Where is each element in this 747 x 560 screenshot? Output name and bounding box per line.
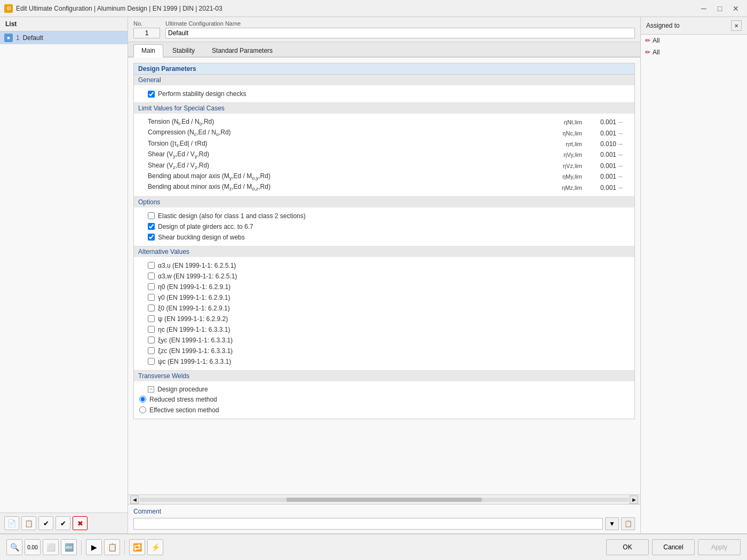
- alt9-label: ξzc (EN 1999-1-1: 6.3.3.1): [158, 347, 233, 355]
- close-button[interactable]: ✕: [729, 3, 743, 14]
- copy-button[interactable]: 📋: [21, 516, 36, 530]
- assigned-close-button[interactable]: ✕: [731, 20, 742, 31]
- alt10-checkbox[interactable]: [148, 358, 155, 365]
- bending-major-row: Bending about major axis (My,Ed / Mo,y,R…: [139, 171, 629, 182]
- shear-vz-label: Shear (Vz,Ed / Vz,Rd): [148, 162, 537, 170]
- history-button[interactable]: 🔁: [129, 539, 145, 555]
- check-button[interactable]: ✔: [38, 516, 53, 530]
- options-section: Options Elastic design (also for class 1…: [134, 197, 634, 246]
- toolbar-separator-1: [81, 540, 82, 555]
- ok-button[interactable]: OK: [606, 539, 649, 555]
- cross-check-button[interactable]: ✔: [55, 516, 70, 530]
- alt5-checkbox[interactable]: [148, 305, 155, 311]
- design-params-header: Design Parameters: [134, 63, 634, 75]
- alternative-content: α3,u (EN 1999-1-1: 6.2.5.1) α3,w (EN 199…: [134, 257, 634, 370]
- right-panel: Assigned to ✕ ✏ All ✏ All: [640, 17, 747, 533]
- alt9-row: ξzc (EN 1999-1-1: 6.3.3.1): [139, 346, 629, 356]
- window-controls: ─ □ ✕: [697, 3, 743, 14]
- alt10-label: ψc (EN 1999-1-1: 6.3.3.1): [158, 358, 231, 365]
- transverse-welds-header: Transverse Welds: [134, 371, 634, 381]
- shear-vy-symbol: ηVy,lim: [539, 151, 582, 158]
- reduced-stress-label: Reduced stress method: [149, 396, 217, 403]
- alt2-checkbox[interactable]: [148, 273, 155, 279]
- assigned-text-1: All: [653, 37, 659, 44]
- effective-section-label: Effective section method: [149, 406, 219, 414]
- copy-tool-button[interactable]: 📋: [104, 539, 120, 555]
- left-toolbar: 📄 📋 ✔ ✔ ✖: [0, 513, 128, 533]
- perform-stability-row: Perform stability design checks: [139, 89, 629, 99]
- square-button[interactable]: ⬜: [43, 539, 59, 555]
- scroll-right-button[interactable]: ▶: [630, 495, 638, 504]
- transverse-welds-content: − Design procedure Reduced stress method…: [134, 381, 634, 419]
- list-item-default[interactable]: ■ 1 Default: [0, 31, 128, 44]
- reduced-stress-radio[interactable]: [139, 396, 146, 403]
- alt9-checkbox[interactable]: [148, 347, 155, 354]
- shear-buckling-checkbox[interactable]: [148, 234, 155, 241]
- delete-button[interactable]: ✖: [73, 516, 88, 530]
- minimize-button[interactable]: ─: [697, 3, 711, 14]
- alt1-checkbox[interactable]: [148, 262, 155, 269]
- compression-symbol: ηNc,lim: [539, 130, 582, 137]
- tab-standard[interactable]: Standard Parameters: [204, 44, 281, 57]
- run-button[interactable]: ▶: [86, 539, 102, 555]
- new-button[interactable]: 📄: [4, 516, 19, 530]
- config-no-input[interactable]: [133, 28, 160, 38]
- torsion-dash: --: [618, 140, 629, 148]
- general-header: General: [134, 75, 634, 85]
- bottom-toolbar: 🔍 0.00 ⬜ 🔤 ▶ 📋 🔁 ⚡ OK Cancel Apply: [0, 533, 747, 560]
- horizontal-scrollbar[interactable]: ◀ ▶: [128, 494, 640, 504]
- alternative-header: Alternative Values: [134, 246, 634, 257]
- alt8-checkbox[interactable]: [148, 337, 155, 343]
- tab-stability[interactable]: Stability: [164, 44, 203, 57]
- scroll-track[interactable]: [140, 498, 629, 502]
- alt7-row: ηc (EN 1999-1-1: 6.3.3.1): [139, 324, 629, 335]
- tension-row: Tension (Nt,Ed / No,Rd) ηNt,lim 0.001 --: [139, 117, 629, 127]
- function-button[interactable]: ⚡: [147, 539, 163, 555]
- assigned-icon-2: ✏: [645, 49, 650, 56]
- config-name-input[interactable]: [165, 28, 635, 38]
- alt7-checkbox[interactable]: [148, 326, 155, 333]
- alt10-row: ψc (EN 1999-1-1: 6.3.3.1): [139, 356, 629, 367]
- alt4-checkbox[interactable]: [148, 294, 155, 301]
- search-button[interactable]: 🔍: [6, 539, 22, 555]
- list-item-number: 1: [16, 34, 20, 42]
- shear-vz-symbol: ηVz,lim: [539, 163, 582, 169]
- alt4-row: γ0 (EN 1999-1-1: 6.2.9.1): [139, 292, 629, 303]
- torsion-symbol: ητt,lim: [539, 141, 582, 147]
- alt6-label: ψ (EN 1999-1-1: 6.2.9.2): [158, 315, 228, 323]
- bending-major-symbol: ηMy,lim: [539, 173, 582, 180]
- comment-input[interactable]: [133, 518, 603, 530]
- tab-main[interactable]: Main: [133, 44, 163, 58]
- content-area: List ■ 1 Default 📄 📋 ✔ ✔ ✖ No.: [0, 17, 747, 533]
- limit-values-section: Limit Values for Special Cases Tension (…: [134, 103, 634, 197]
- comment-dropdown-button[interactable]: ▼: [605, 517, 619, 530]
- plate-girders-checkbox[interactable]: [148, 223, 155, 230]
- bending-major-label: Bending about major axis (My,Ed / Mo,y,R…: [148, 172, 537, 181]
- cancel-button[interactable]: Cancel: [652, 539, 695, 555]
- assigned-header: Assigned to ✕: [641, 17, 747, 35]
- tabs: Main Stability Standard Parameters: [128, 42, 640, 58]
- config-no-group: No.: [133, 20, 160, 38]
- limit-values-header: Limit Values for Special Cases: [134, 103, 634, 114]
- alternative-section: Alternative Values α3,u (EN 1999-1-1: 6.…: [134, 246, 634, 371]
- comment-add-button[interactable]: 📋: [621, 517, 635, 530]
- no-label: No.: [133, 20, 160, 27]
- text-button[interactable]: 🔤: [61, 539, 77, 555]
- collapse-icon[interactable]: −: [148, 386, 154, 393]
- scroll-left-button[interactable]: ◀: [130, 495, 139, 504]
- config-header: No. Ultimate Configuration Name: [128, 17, 640, 42]
- tension-value: 0.001: [584, 118, 616, 126]
- maximize-button[interactable]: □: [713, 3, 727, 14]
- center-panel: No. Ultimate Configuration Name Main Sta…: [128, 17, 640, 533]
- torsion-label: Torsion (|τt,Ed| / τRd): [148, 140, 537, 148]
- effective-section-radio[interactable]: [139, 406, 146, 413]
- perform-stability-checkbox[interactable]: [148, 91, 155, 98]
- apply-button[interactable]: Apply: [698, 539, 741, 555]
- alt6-checkbox[interactable]: [148, 315, 155, 322]
- assigned-item-2: ✏ All: [641, 46, 747, 58]
- alt2-label: α3,w (EN 1999-1-1: 6.2.5.1): [158, 273, 237, 280]
- alt3-checkbox[interactable]: [148, 283, 155, 290]
- decimal-button[interactable]: 0.00: [25, 539, 41, 555]
- elastic-design-checkbox[interactable]: [148, 212, 155, 219]
- compression-dash: --: [618, 130, 629, 137]
